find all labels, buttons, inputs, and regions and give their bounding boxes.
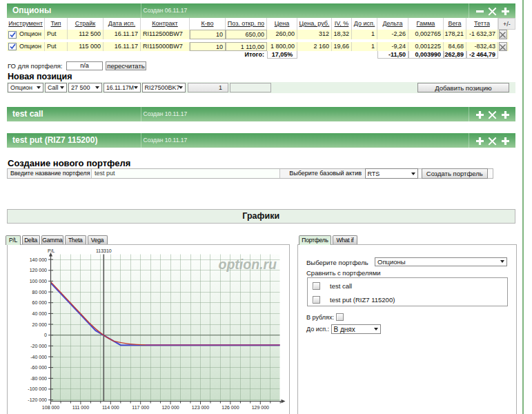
svg-text:40 000: 40 000 [32, 310, 48, 315]
svg-text:option.ru: option.ru [219, 257, 277, 272]
svg-text:-60 000: -60 000 [30, 365, 47, 370]
svg-text:-40 000: -40 000 [30, 354, 47, 359]
svg-text:140 000: 140 000 [30, 257, 47, 262]
svg-text:20 000: 20 000 [32, 322, 48, 326]
svg-text:-80 000: -80 000 [30, 375, 47, 380]
svg-text:129 000: 129 000 [252, 404, 269, 409]
svg-text:123 000: 123 000 [192, 404, 209, 409]
svg-text:126 000: 126 000 [221, 404, 239, 409]
svg-text:100 000: 100 000 [30, 278, 47, 283]
svg-text:-20 000: -20 000 [30, 343, 47, 348]
svg-text:113310: 113310 [96, 248, 112, 253]
svg-text:80 000: 80 000 [32, 289, 48, 294]
svg-text:P/L: P/L [48, 248, 55, 253]
svg-text:0: 0 [44, 333, 47, 337]
svg-text:60 000: 60 000 [32, 300, 48, 305]
svg-text:-120 000: -120 000 [28, 397, 47, 402]
svg-text:114 000: 114 000 [102, 404, 119, 409]
svg-text:108 000: 108 000 [42, 404, 59, 409]
svg-text:120 000: 120 000 [161, 404, 179, 409]
svg-text:111 000: 111 000 [72, 404, 89, 409]
svg-text:120 000: 120 000 [30, 268, 47, 273]
svg-text:-100 000: -100 000 [28, 386, 47, 391]
svg-text:117 000: 117 000 [132, 404, 149, 409]
